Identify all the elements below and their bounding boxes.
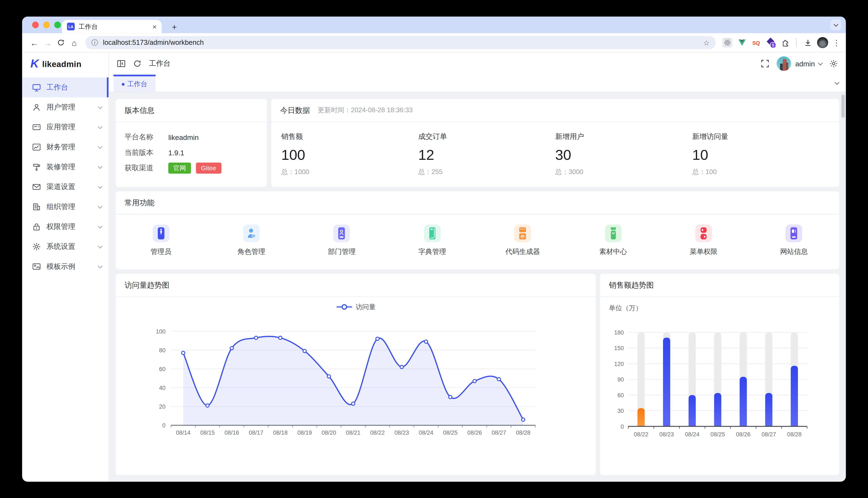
svg-text:08/23: 08/23 <box>395 429 409 436</box>
svg-text:0: 0 <box>621 423 624 430</box>
quick-item-label: 管理员 <box>151 247 171 257</box>
tabbar-dropdown-button[interactable] <box>828 75 846 92</box>
quick-functions-card: 常用功能 管理员角色管理部门管理字典管理代码生成器素材中心菜单权限网站信息 <box>116 192 839 269</box>
new-tab-button[interactable]: + <box>168 21 180 32</box>
sidebar-item-0[interactable]: 工作台 <box>22 77 108 97</box>
quick-item-label: 代码生成器 <box>505 247 540 257</box>
app-card-icon <box>32 123 41 131</box>
today-card-title: 今日数据 <box>280 105 310 115</box>
site-info-icon[interactable]: ⓘ <box>91 38 98 47</box>
dept-card-icon <box>333 224 350 242</box>
logo-text: likeadmin <box>42 59 81 68</box>
browser-profile-avatar[interactable] <box>817 37 828 48</box>
version-card-body: 平台名称likeadmin当前版本1.9.1获取渠道官网Gitee <box>116 122 267 183</box>
quick-item-代码生成器[interactable]: 代码生成器 <box>477 224 568 257</box>
svg-text:20: 20 <box>159 403 166 410</box>
username[interactable]: admin <box>795 60 815 68</box>
chevron-down-icon <box>98 204 103 208</box>
chart-legend[interactable]: 访问量 <box>116 297 596 317</box>
browser-tab[interactable]: LA 工作台 × <box>62 20 162 33</box>
svg-text:08/16: 08/16 <box>225 429 239 436</box>
sidebar-item-3[interactable]: 财务管理 <box>22 137 108 157</box>
svg-text:60: 60 <box>159 366 166 372</box>
svg-text:08/15: 08/15 <box>200 429 215 436</box>
version-row-value: likeadmin <box>168 133 199 141</box>
sidebar-item-8[interactable]: 系统设置 <box>22 237 108 257</box>
tabstrip-chevron-button[interactable] <box>830 19 842 30</box>
page-tabbar: 工作台 <box>109 75 846 92</box>
stat-value: 12 <box>418 147 555 163</box>
address-bar[interactable]: ⓘ localhost:5173/admin/workbench ☆ <box>85 36 716 49</box>
vue-devtools-icon[interactable] <box>737 38 747 48</box>
admin-tie-icon-glyph <box>156 227 165 239</box>
stat-value: 10 <box>692 147 829 163</box>
admin-tie-icon <box>153 224 169 242</box>
quick-item-字典管理[interactable]: 字典管理 <box>387 224 477 257</box>
sidebar-item-9[interactable]: 模板示例 <box>22 257 108 276</box>
material-icon <box>605 224 622 242</box>
chevron-down-icon <box>98 244 103 248</box>
sidebar-item-label: 组织管理 <box>47 202 99 212</box>
stat-label: 新增用户 <box>555 132 692 142</box>
channel-button-官网[interactable]: 官网 <box>168 162 191 174</box>
sidebar-item-2[interactable]: 应用管理 <box>22 117 108 137</box>
fullscreen-icon[interactable] <box>760 59 769 68</box>
purple-diamond-extension-icon[interactable]: 5 <box>766 38 776 48</box>
version-row-value: 1.9.1 <box>168 148 184 157</box>
quick-item-素材中心[interactable]: 素材中心 <box>568 224 658 257</box>
breadcrumb: 工作台 <box>149 59 170 69</box>
chevron-down-icon <box>835 80 839 85</box>
tab-title: 工作台 <box>79 23 149 31</box>
sidebar-item-4[interactable]: 装修管理 <box>22 157 108 177</box>
downloads-icon[interactable] <box>803 38 813 48</box>
quick-item-部门管理[interactable]: 部门管理 <box>297 224 387 257</box>
tab-close-icon[interactable]: × <box>153 23 157 30</box>
bookmark-star-icon[interactable]: ☆ <box>703 38 710 47</box>
svg-text:08/24: 08/24 <box>419 429 433 436</box>
quick-item-菜单权限[interactable]: 菜单权限 <box>658 224 749 257</box>
extensions-puzzle-icon[interactable] <box>780 38 790 48</box>
unit-label: 单位（万） <box>609 304 839 314</box>
tab-workbench[interactable]: 工作台 <box>113 75 155 92</box>
quick-item-label: 素材中心 <box>599 247 627 257</box>
quick-item-网站信息[interactable]: 网站信息 <box>749 224 839 257</box>
sidebar-item-5[interactable]: 渠道设置 <box>22 177 108 197</box>
sidebar-item-6[interactable]: 组织管理 <box>22 197 108 217</box>
svg-text:90: 90 <box>617 376 624 383</box>
svg-text:08/14: 08/14 <box>176 429 191 436</box>
gear-icon <box>32 242 41 251</box>
sq-extension-icon[interactable]: SQ <box>751 38 761 48</box>
quick-item-角色管理[interactable]: 角色管理 <box>206 224 296 257</box>
forward-icon[interactable]: → <box>41 36 54 49</box>
react-icon-bg <box>722 38 732 48</box>
home-icon[interactable]: ⌂ <box>67 36 81 49</box>
chevron-down-icon <box>98 184 103 188</box>
minimize-window-button[interactable] <box>43 22 50 28</box>
sidebar-item-7[interactable]: 权限管理 <box>22 217 108 237</box>
url-text[interactable]: localhost:5173/admin/workbench <box>103 39 703 46</box>
finance-chart-icon <box>32 143 41 152</box>
close-window-button[interactable] <box>32 22 39 28</box>
user-avatar[interactable] <box>776 56 791 70</box>
svg-text:40: 40 <box>159 384 166 391</box>
reload-icon[interactable] <box>54 36 67 49</box>
collapse-sidebar-icon[interactable] <box>117 59 126 68</box>
zoom-window-button[interactable] <box>54 22 61 28</box>
scrollbar-thumb[interactable] <box>842 94 845 118</box>
sidebar-item-1[interactable]: 用户管理 <box>22 97 108 117</box>
sidebar-item-label: 模板示例 <box>47 262 99 272</box>
quick-item-管理员[interactable]: 管理员 <box>116 224 206 257</box>
browser-menu-icon[interactable]: ⋮ <box>832 38 840 47</box>
channel-button-Gitee[interactable]: Gitee <box>196 162 221 174</box>
version-row: 平台名称likeadmin <box>125 129 258 145</box>
react-devtools-icon[interactable] <box>722 38 732 48</box>
legend-label: 访问量 <box>356 302 375 312</box>
version-row: 当前版本1.9.1 <box>125 145 258 160</box>
sales-chart-card: 销售额趋势图 单位（万） 030609012015018008/2208/230… <box>600 274 839 475</box>
stat-total: 总：3000 <box>555 168 692 177</box>
monitor-icon <box>32 83 41 92</box>
user-chevron-down-icon[interactable] <box>818 61 823 65</box>
back-icon[interactable]: ← <box>28 36 41 49</box>
refresh-page-icon[interactable] <box>133 59 142 68</box>
settings-gear-icon[interactable] <box>829 59 838 68</box>
